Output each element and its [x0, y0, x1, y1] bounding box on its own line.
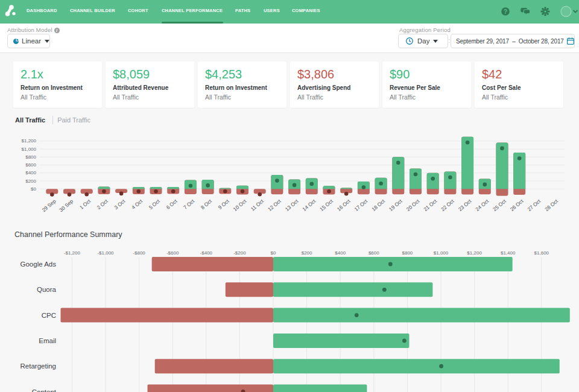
svg-text:$1,000: $1,000: [434, 250, 449, 256]
svg-text:14 Oct: 14 Oct: [301, 198, 317, 212]
svg-text:29 Sep: 29 Sep: [41, 198, 57, 213]
svg-text:$600: $600: [25, 162, 36, 168]
svg-text:-$800: -$800: [133, 250, 145, 256]
svg-text:30 Sep: 30 Sep: [58, 198, 74, 213]
svg-text:Email: Email: [39, 337, 56, 344]
svg-text:-$200: -$200: [233, 250, 246, 256]
svg-text:$400: $400: [335, 250, 346, 256]
svg-text:15 Oct: 15 Oct: [318, 198, 334, 212]
svg-text:6 Oct: 6 Oct: [165, 198, 178, 210]
svg-text:7 Oct: 7 Oct: [182, 198, 195, 210]
svg-text:2 Oct: 2 Oct: [96, 198, 109, 210]
svg-text:27 Oct: 27 Oct: [527, 198, 542, 212]
svg-text:16 Oct: 16 Oct: [336, 198, 352, 212]
svg-text:Content: Content: [32, 388, 57, 392]
svg-text:Google Ads: Google Ads: [21, 261, 57, 268]
svg-text:10 Oct: 10 Oct: [232, 198, 248, 212]
svg-text:-$1,000: -$1,000: [97, 250, 114, 256]
svg-text:25 Oct: 25 Oct: [492, 198, 507, 212]
svg-text:$1,600: $1,600: [534, 250, 549, 256]
svg-text:18 Oct: 18 Oct: [370, 198, 386, 212]
svg-text:$1,200: $1,200: [467, 250, 482, 256]
svg-text:$1,400: $1,400: [501, 250, 516, 256]
svg-text:?: ?: [504, 8, 507, 15]
svg-text:8 Oct: 8 Oct: [200, 198, 213, 210]
svg-text:20 Oct: 20 Oct: [405, 198, 421, 212]
svg-text:$0: $0: [271, 250, 276, 256]
svg-text:$0: $0: [31, 186, 36, 192]
svg-text:28 Oct: 28 Oct: [543, 198, 559, 212]
svg-text:$200: $200: [25, 179, 36, 184]
svg-text:24 Oct: 24 Oct: [474, 198, 490, 212]
svg-text:-$1,200: -$1,200: [64, 250, 81, 256]
svg-text:26 Oct: 26 Oct: [509, 198, 525, 212]
svg-text:13 Oct: 13 Oct: [284, 198, 300, 212]
svg-text:CPC: CPC: [42, 312, 56, 319]
svg-text:-$600: -$600: [166, 250, 179, 256]
svg-text:-$400: -$400: [200, 250, 213, 256]
svg-text:$200: $200: [302, 250, 312, 256]
svg-text:$1,200: $1,200: [22, 138, 37, 144]
svg-text:$800: $800: [402, 250, 413, 256]
svg-text:21 Oct: 21 Oct: [422, 198, 438, 212]
svg-text:4 Oct: 4 Oct: [130, 198, 144, 210]
svg-text:1 Oct: 1 Oct: [78, 198, 92, 210]
svg-text:Quora: Quora: [37, 286, 57, 293]
svg-text:9 Oct: 9 Oct: [217, 198, 230, 210]
svg-text:Retargeting: Retargeting: [21, 362, 56, 370]
svg-text:$400: $400: [25, 170, 36, 175]
svg-text:23 Oct: 23 Oct: [457, 198, 473, 212]
svg-text:22 Oct: 22 Oct: [440, 198, 455, 212]
svg-text:$1,000: $1,000: [22, 147, 37, 152]
svg-text:3 Oct: 3 Oct: [113, 198, 126, 210]
svg-text:12 Oct: 12 Oct: [267, 198, 282, 212]
svg-text:17 Oct: 17 Oct: [353, 198, 369, 212]
svg-text:5 Oct: 5 Oct: [148, 198, 161, 210]
svg-text:19 Oct: 19 Oct: [388, 198, 403, 212]
svg-text:$600: $600: [369, 250, 379, 256]
svg-text:11 Oct: 11 Oct: [250, 198, 265, 212]
svg-text:$800: $800: [25, 154, 36, 160]
